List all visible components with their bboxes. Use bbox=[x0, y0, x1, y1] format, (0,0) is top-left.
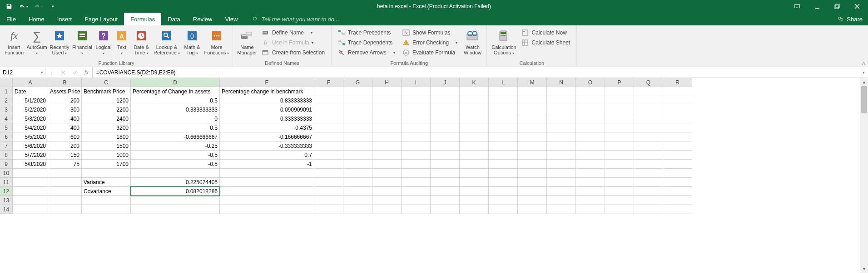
cell-N5[interactable] bbox=[547, 123, 576, 132]
cell-R6[interactable] bbox=[663, 132, 692, 141]
cell-H1[interactable] bbox=[372, 87, 402, 96]
cell-J8[interactable] bbox=[431, 151, 460, 160]
cell-I10[interactable] bbox=[402, 169, 431, 178]
cell-F7[interactable] bbox=[314, 141, 343, 151]
cell-B4[interactable]: 400 bbox=[48, 114, 82, 123]
cell-A4[interactable]: 5/3/2020 bbox=[13, 114, 48, 123]
column-header-M[interactable]: M bbox=[518, 78, 547, 87]
cell-G12[interactable] bbox=[343, 187, 372, 196]
cell-E2[interactable]: 0.833333333 bbox=[220, 96, 314, 105]
cell-R11[interactable] bbox=[663, 178, 692, 187]
column-header-O[interactable]: O bbox=[576, 78, 605, 87]
cell-O8[interactable] bbox=[576, 151, 605, 160]
cell-P11[interactable] bbox=[605, 178, 634, 187]
cell-Q10[interactable] bbox=[634, 169, 663, 178]
cell-I11[interactable] bbox=[402, 178, 431, 187]
cell-K9[interactable] bbox=[460, 160, 489, 169]
cell-P7[interactable] bbox=[605, 141, 634, 151]
cell-L1[interactable] bbox=[489, 87, 518, 96]
cell-A6[interactable]: 5/5/2020 bbox=[13, 132, 48, 141]
cell-R7[interactable] bbox=[663, 141, 692, 151]
row-header-5[interactable]: 5 bbox=[0, 123, 13, 132]
cell-L2[interactable] bbox=[489, 96, 518, 105]
cell-R5[interactable] bbox=[663, 123, 692, 132]
cell-R10[interactable] bbox=[663, 169, 692, 178]
cell-Q1[interactable] bbox=[634, 87, 663, 96]
cell-H12[interactable] bbox=[372, 187, 402, 196]
cell-G1[interactable] bbox=[343, 87, 372, 96]
column-header-D[interactable]: D bbox=[131, 78, 220, 87]
cell-B2[interactable]: 200 bbox=[48, 96, 82, 105]
row-header-1[interactable]: 1 bbox=[0, 87, 13, 96]
cell-O1[interactable] bbox=[576, 87, 605, 96]
cell-A5[interactable]: 5/4/2020 bbox=[13, 123, 48, 132]
cell-K8[interactable] bbox=[460, 151, 489, 160]
cell-J4[interactable] bbox=[431, 114, 460, 123]
cell-P4[interactable] bbox=[605, 114, 634, 123]
cell-E7[interactable]: -0.333333333 bbox=[220, 141, 314, 151]
cell-K4[interactable] bbox=[460, 114, 489, 123]
cell-J12[interactable] bbox=[431, 187, 460, 196]
cell-C12[interactable]: Covariance bbox=[82, 187, 131, 196]
cell-O2[interactable] bbox=[576, 96, 605, 105]
lookup-reference-button[interactable]: Lookup & Reference ▾ bbox=[153, 27, 181, 56]
cell-O7[interactable] bbox=[576, 141, 605, 151]
cell-C7[interactable]: 1500 bbox=[82, 141, 131, 151]
cell-I1[interactable] bbox=[402, 87, 431, 96]
name-box-dropdown-icon[interactable]: ▾ bbox=[41, 70, 43, 75]
cell-D13[interactable] bbox=[131, 196, 220, 205]
cell-N14[interactable] bbox=[547, 205, 576, 214]
row-header-7[interactable]: 7 bbox=[0, 141, 13, 151]
cell-F5[interactable] bbox=[314, 123, 343, 132]
cell-L12[interactable] bbox=[489, 187, 518, 196]
cell-G11[interactable] bbox=[343, 178, 372, 187]
row-header-6[interactable]: 6 bbox=[0, 132, 13, 141]
cell-E13[interactable] bbox=[220, 196, 314, 205]
remove-arrows-button[interactable]: Remove Arrows ▾ bbox=[336, 48, 397, 57]
cell-F13[interactable] bbox=[314, 196, 343, 205]
cell-G4[interactable] bbox=[343, 114, 372, 123]
error-checking-button[interactable]: !Error Checking ▾ bbox=[401, 38, 459, 47]
cell-M2[interactable] bbox=[518, 96, 547, 105]
date-time-button[interactable]: Date & Time ▾ bbox=[130, 27, 153, 56]
cell-B10[interactable] bbox=[48, 169, 82, 178]
cell-R2[interactable] bbox=[663, 96, 692, 105]
cell-E8[interactable]: 0.7 bbox=[220, 151, 314, 160]
cell-B6[interactable]: 600 bbox=[48, 132, 82, 141]
cell-M5[interactable] bbox=[518, 123, 547, 132]
cell-C3[interactable]: 2200 bbox=[82, 105, 131, 114]
scroll-thumb[interactable] bbox=[861, 86, 867, 113]
row-header-11[interactable]: 11 bbox=[0, 178, 13, 187]
column-header-P[interactable]: P bbox=[605, 78, 634, 87]
row-header-12[interactable]: 12 bbox=[0, 187, 13, 196]
calculation-options-button[interactable]: Calculation Options ▾ bbox=[490, 27, 518, 56]
cell-M6[interactable] bbox=[518, 132, 547, 141]
cell-P6[interactable] bbox=[605, 132, 634, 141]
cell-D6[interactable]: -0.666666667 bbox=[131, 132, 220, 141]
cell-N8[interactable] bbox=[547, 151, 576, 160]
cell-M11[interactable] bbox=[518, 178, 547, 187]
formula-input[interactable]: =COVARIANCE.S(D2:D9,E2:E9) bbox=[93, 67, 859, 78]
define-name-button[interactable]: Define Name ▾ bbox=[260, 28, 327, 37]
cell-H2[interactable] bbox=[372, 96, 402, 105]
cell-L4[interactable] bbox=[489, 114, 518, 123]
cell-G5[interactable] bbox=[343, 123, 372, 132]
cell-R1[interactable] bbox=[663, 87, 692, 96]
cell-J1[interactable] bbox=[431, 87, 460, 96]
cell-G13[interactable] bbox=[343, 196, 372, 205]
cell-K2[interactable] bbox=[460, 96, 489, 105]
row-header-13[interactable]: 13 bbox=[0, 196, 13, 205]
column-header-G[interactable]: G bbox=[343, 78, 372, 87]
vertical-scrollbar[interactable]: ▲ ▼ bbox=[860, 78, 868, 273]
cell-K6[interactable] bbox=[460, 132, 489, 141]
cell-R3[interactable] bbox=[663, 105, 692, 114]
column-header-E[interactable]: E bbox=[220, 78, 314, 87]
collapse-ribbon-icon[interactable]: ᐱ bbox=[577, 61, 868, 67]
cell-R9[interactable] bbox=[663, 160, 692, 169]
cell-I12[interactable] bbox=[402, 187, 431, 196]
cell-M7[interactable] bbox=[518, 141, 547, 151]
cell-B14[interactable] bbox=[48, 205, 82, 214]
cell-C11[interactable]: Variance bbox=[82, 178, 131, 187]
cell-A1[interactable]: Date bbox=[13, 87, 48, 96]
cell-C10[interactable] bbox=[82, 169, 131, 178]
